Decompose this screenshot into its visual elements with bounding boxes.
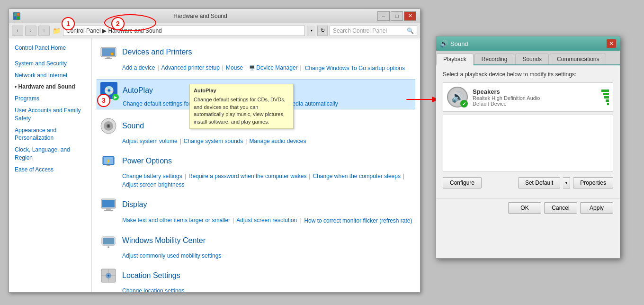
tab-recording[interactable]: Recording (474, 54, 515, 64)
display-title[interactable]: Display (122, 200, 147, 209)
mobility-title[interactable]: Windows Mobility Center (122, 236, 206, 245)
back-button[interactable]: ‹ (12, 26, 23, 36)
up-button[interactable]: ↑ (38, 26, 50, 36)
link-mouse[interactable]: Mouse (226, 64, 243, 71)
sound-dialog-title: Sound (450, 40, 607, 47)
mobility-icon-wrap (99, 232, 117, 250)
set-default-button[interactable]: Set Default (518, 177, 560, 188)
sidebar-item-programs[interactable]: Programs (9, 93, 91, 105)
ok-button[interactable]: OK (508, 202, 541, 214)
vol-bar-1 (601, 90, 609, 92)
location-title[interactable]: Location Settings (122, 271, 180, 280)
location-icon-wrap (99, 267, 117, 285)
annotation-2: 2 (111, 17, 125, 30)
sound-close-button[interactable]: ✕ (607, 39, 616, 48)
svg-rect-9 (105, 58, 112, 59)
svg-rect-21 (104, 210, 113, 211)
search-box[interactable]: Search Control Panel 🔍 (330, 26, 417, 36)
sidebar-item-system[interactable]: System and Security (9, 58, 91, 70)
sound-title[interactable]: Sound (122, 122, 144, 130)
display-links: Make text and other items larger or smal… (99, 216, 412, 224)
device-manager-icon: 🖥️ (249, 65, 255, 71)
sound-action-buttons: Configure Set Default ▾ Properties (443, 177, 613, 192)
link-windows-go[interactable]: Change Windows To Go startup options (305, 65, 405, 72)
address-bar[interactable]: Control Panel ▶ Hardware and Sound (63, 26, 305, 36)
link-battery[interactable]: Change battery settings (122, 173, 182, 179)
configure-button[interactable]: Configure (443, 177, 482, 188)
link-add-device[interactable]: Add a device (122, 64, 155, 71)
svg-rect-23 (103, 238, 114, 244)
device-name: Speakers (473, 88, 597, 95)
link-change-sounds[interactable]: Change system sounds (184, 138, 243, 144)
sound-icon-wrap (99, 117, 117, 135)
device-item[interactable]: 🔊 ✓ Speakers Realtek High Definition Aud… (443, 82, 613, 112)
section-display: Display Make text and other items larger… (99, 196, 412, 224)
tooltip-body: Change default settings for CDs, DVDs, a… (194, 96, 289, 126)
cancel-button[interactable]: Cancel (544, 202, 577, 214)
location-links: Change location settings (99, 287, 412, 292)
power-links: Change battery settings | Require a pass… (99, 173, 412, 188)
sound-dialog-icon: 🔊 (440, 40, 447, 47)
devices-links: Add a device | Advanced printer setup | … (99, 64, 412, 72)
link-require-password[interactable]: Require a password when the computer wak… (188, 173, 306, 179)
sidebar-item-clock[interactable]: Clock, Language, and Region (9, 144, 91, 164)
title-buttons: – □ ✕ (377, 11, 416, 21)
close-button[interactable]: ✕ (404, 11, 416, 21)
power-icon-wrap (99, 152, 117, 170)
sidebar-item-network[interactable]: Network and Internet (9, 70, 91, 81)
apply-button[interactable]: Apply (580, 202, 613, 214)
svg-point-10 (111, 53, 114, 55)
play-badge: ▶ (112, 94, 119, 100)
device-info: Speakers Realtek High Definition Audio D… (473, 88, 597, 107)
refresh-button[interactable]: ↻ (317, 26, 328, 36)
link-resolution[interactable]: Adjust screen resolution (236, 217, 297, 224)
link-device-manager[interactable]: Device Manager (256, 64, 297, 71)
svg-rect-17 (107, 165, 110, 166)
folder-icon: 📁 (52, 26, 61, 36)
sound-links: Adjust system volume | Change system sou… (99, 138, 412, 144)
tab-playback[interactable]: Playback (436, 54, 474, 65)
svg-rect-4 (14, 17, 16, 19)
link-adjust-volume[interactable]: Adjust system volume (122, 138, 178, 144)
svg-point-29 (107, 275, 109, 277)
sidebar-item-home[interactable]: Control Panel Home (9, 42, 91, 54)
tab-communications[interactable]: Communications (550, 54, 606, 64)
sidebar-item-appearance[interactable]: Appearance and Personalization (9, 125, 91, 144)
svg-rect-3 (17, 13, 19, 16)
svg-point-14 (108, 126, 109, 127)
sidebar-item-user-accounts[interactable]: User Accounts and Family Safety (9, 105, 91, 125)
tab-sounds[interactable]: Sounds (515, 54, 549, 64)
link-flicker[interactable]: How to correct monitor flicker (refresh … (304, 217, 412, 224)
main-panel: Devices and Printers Add a device | Adva… (92, 38, 420, 292)
devices-title[interactable]: Devices and Printers (122, 48, 192, 56)
autoplay-title[interactable]: AutoPlay (123, 86, 153, 95)
sound-description: Select a playback device below to modify… (443, 71, 613, 78)
maximize-button[interactable]: □ (391, 11, 403, 21)
section-autoplay: 💿 ▶ AutoPlay Change default settings for… (99, 79, 412, 109)
device-subtitle: Realtek High Definition Audio (473, 95, 597, 101)
link-brightness[interactable]: Adjust screen brightness (122, 181, 184, 188)
sidebar-item-ease[interactable]: Ease of Access (9, 164, 91, 176)
search-placeholder: Search Control Panel (333, 27, 387, 34)
svg-rect-19 (102, 200, 115, 207)
svg-rect-20 (106, 208, 111, 210)
link-advanced-printer[interactable]: Advanced printer setup (161, 64, 220, 71)
link-manage-audio[interactable]: Manage audio devices (249, 138, 306, 144)
address-dropdown[interactable]: ▾ (307, 26, 315, 36)
link-text-size[interactable]: Make text and other items larger or smal… (122, 217, 230, 224)
set-default-dropdown[interactable]: ▾ (563, 177, 570, 188)
properties-button[interactable]: Properties (573, 177, 613, 188)
sound-ok-buttons: OK Cancel Apply (436, 198, 620, 217)
minimize-button[interactable]: – (377, 11, 390, 21)
link-location-settings[interactable]: Change location settings (122, 287, 184, 292)
window-title: Hardware and Sound (23, 13, 377, 19)
link-mobility-settings[interactable]: Adjust commonly used mobility settings (122, 252, 221, 259)
content-area: Control Panel Home System and Security N… (9, 38, 420, 292)
volume-bars (601, 90, 609, 105)
section-devices: Devices and Printers Add a device | Adva… (99, 43, 412, 72)
power-title[interactable]: Power Options (122, 157, 172, 165)
link-sleep[interactable]: Change when the computer sleeps (313, 173, 400, 179)
forward-button[interactable]: › (25, 26, 36, 36)
sidebar-item-hardware[interactable]: Hardware and Sound (9, 81, 91, 93)
svg-rect-5 (17, 17, 19, 19)
